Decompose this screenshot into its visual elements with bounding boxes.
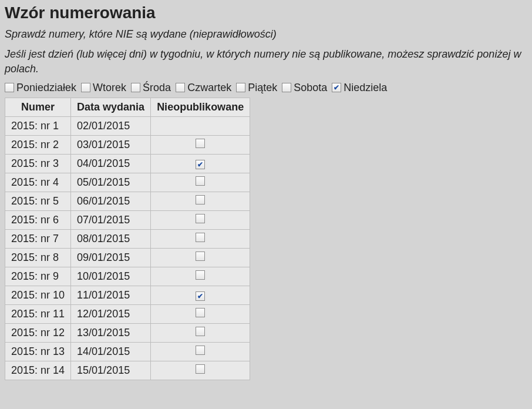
cell-unpublished [151, 173, 250, 192]
col-header-unpub: Nieopublikowane [151, 98, 250, 116]
day-option: Sobota [282, 82, 327, 94]
day-option: Czwartek [176, 82, 231, 94]
numbers-table: Numer Data wydania Nieopublikowane 2015:… [5, 98, 250, 380]
day-checkbox[interactable] [5, 83, 14, 92]
cell-unpublished [151, 210, 250, 229]
cell-date: 06/01/2015 [71, 192, 151, 210]
cell-unpublished [151, 267, 250, 286]
table-row: 2015: nr 405/01/2015 [5, 173, 250, 192]
day-label: Czwartek [187, 82, 231, 94]
cell-unpublished [151, 342, 250, 361]
cell-date: 14/01/2015 [71, 342, 151, 361]
cell-numer: 2015: nr 8 [5, 248, 71, 267]
cell-numer: 2015: nr 10 [5, 286, 71, 304]
cell-unpublished [151, 304, 250, 323]
day-label: Piątek [248, 82, 277, 94]
unpublished-checkbox[interactable] [196, 291, 205, 301]
day-option: Środa [131, 82, 171, 94]
cell-numer: 2015: nr 3 [5, 154, 71, 173]
day-option: Niedziela [332, 82, 387, 94]
unpublished-checkbox[interactable] [196, 139, 205, 148]
cell-date: 04/01/2015 [71, 154, 151, 173]
cell-unpublished [151, 229, 250, 248]
cell-date: 08/01/2015 [71, 229, 151, 248]
unpublished-checkbox[interactable] [196, 308, 205, 317]
unpublished-checkbox[interactable] [196, 233, 205, 242]
cell-unpublished [151, 116, 250, 135]
day-checkbox[interactable] [282, 83, 291, 92]
cell-date: 02/01/2015 [71, 116, 151, 135]
table-row: 2015: nr 910/01/2015 [5, 267, 250, 286]
cell-numer: 2015: nr 2 [5, 135, 71, 154]
cell-unpublished [151, 154, 250, 173]
cell-numer: 2015: nr 11 [5, 304, 71, 323]
unpublished-checkbox[interactable] [196, 364, 205, 374]
unpublished-checkbox[interactable] [196, 176, 205, 186]
cell-date: 03/01/2015 [71, 135, 151, 154]
cell-date: 09/01/2015 [71, 248, 151, 267]
cell-numer: 2015: nr 4 [5, 173, 71, 192]
table-row: 2015: nr 708/01/2015 [5, 229, 250, 248]
table-row: 2015: nr 607/01/2015 [5, 210, 250, 229]
cell-numer: 2015: nr 7 [5, 229, 71, 248]
day-label: Niedziela [344, 82, 387, 94]
subtitle-2: Jeśli jest dzień (lub więcej dni) w tygo… [5, 47, 527, 76]
unpublished-checkbox[interactable] [196, 252, 205, 261]
cell-numer: 2015: nr 1 [5, 116, 71, 135]
cell-date: 11/01/2015 [71, 286, 151, 304]
day-label: Środa [143, 82, 171, 94]
day-checkbox[interactable] [176, 83, 185, 92]
cell-date: 12/01/2015 [71, 304, 151, 323]
cell-date: 07/01/2015 [71, 210, 151, 229]
col-header-numer: Numer [5, 98, 71, 116]
unpublished-checkbox[interactable] [196, 214, 205, 223]
day-option: Piątek [236, 82, 277, 94]
table-row: 2015: nr 506/01/2015 [5, 192, 250, 210]
col-header-date: Data wydania [71, 98, 151, 116]
table-row: 2015: nr 1213/01/2015 [5, 323, 250, 342]
cell-unpublished [151, 135, 250, 154]
cell-numer: 2015: nr 6 [5, 210, 71, 229]
table-row: 2015: nr 809/01/2015 [5, 248, 250, 267]
cell-date: 10/01/2015 [71, 267, 151, 286]
cell-numer: 2015: nr 14 [5, 361, 71, 380]
table-row: 2015: nr 1314/01/2015 [5, 342, 250, 361]
cell-unpublished [151, 248, 250, 267]
cell-numer: 2015: nr 9 [5, 267, 71, 286]
day-checkbox[interactable] [236, 83, 245, 92]
unpublished-checkbox[interactable] [196, 270, 205, 280]
page-title: Wzór numerowania [5, 4, 527, 22]
unpublished-checkbox[interactable] [196, 160, 205, 169]
table-row: 2015: nr 1011/01/2015 [5, 286, 250, 304]
unpublished-checkbox[interactable] [196, 195, 205, 204]
cell-date: 05/01/2015 [71, 173, 151, 192]
subtitle-1: Sprawdź numery, które NIE są wydane (nie… [5, 27, 527, 41]
day-option: Poniedziałek [5, 82, 76, 94]
day-checkbox[interactable] [81, 83, 90, 92]
days-row: PoniedziałekWtorekŚrodaCzwartekPiątekSob… [5, 82, 527, 94]
cell-numer: 2015: nr 12 [5, 323, 71, 342]
cell-date: 13/01/2015 [71, 323, 151, 342]
cell-unpublished [151, 361, 250, 380]
table-header-row: Numer Data wydania Nieopublikowane [5, 98, 250, 116]
day-option: Wtorek [81, 82, 126, 94]
cell-date: 15/01/2015 [71, 361, 151, 380]
day-checkbox[interactable] [131, 83, 140, 92]
table-row: 2015: nr 102/01/2015 [5, 116, 250, 135]
cell-unpublished [151, 192, 250, 210]
unpublished-checkbox[interactable] [196, 327, 205, 336]
table-row: 2015: nr 1112/01/2015 [5, 304, 250, 323]
table-row: 2015: nr 304/01/2015 [5, 154, 250, 173]
table-row: 2015: nr 1415/01/2015 [5, 361, 250, 380]
day-label: Sobota [294, 82, 327, 94]
day-label: Wtorek [93, 82, 126, 94]
table-row: 2015: nr 203/01/2015 [5, 135, 250, 154]
cell-unpublished [151, 286, 250, 304]
cell-numer: 2015: nr 5 [5, 192, 71, 210]
day-label: Poniedziałek [16, 82, 76, 94]
cell-numer: 2015: nr 13 [5, 342, 71, 361]
unpublished-checkbox[interactable] [196, 346, 205, 355]
cell-unpublished [151, 323, 250, 342]
day-checkbox[interactable] [332, 83, 341, 92]
